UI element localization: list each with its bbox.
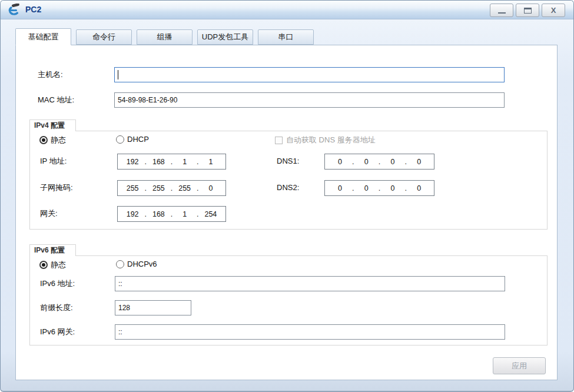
dns1-input[interactable]: 0.0.0.0: [324, 154, 434, 170]
ipv4-dhcp-radio[interactable]: DHCP: [116, 135, 149, 144]
mac-input[interactable]: 54-89-98-E1-26-90: [114, 92, 505, 108]
radio-selected-icon: [39, 136, 48, 144]
titlebar[interactable]: PC2 X: [1, 1, 573, 19]
window-title: PC2: [25, 5, 41, 14]
ipv4-static-radio[interactable]: 静态: [39, 135, 66, 145]
basic-config-panel: 主机名: MAC 地址: 54-89-98-E1-26-90 IPv4 配置 静…: [15, 45, 558, 380]
ipv6-dhcpv6-radio[interactable]: DHCPv6: [116, 260, 157, 268]
tab-basic-config[interactable]: 基础配置: [15, 28, 71, 45]
radio-selected-icon: [39, 261, 48, 269]
tab-bar: 基础配置 命令行 组播 UDP发包工具 串口: [15, 28, 314, 45]
ipv6-group-label: IPv6 配置: [29, 244, 76, 256]
ensp-logo-icon: [8, 4, 22, 16]
ipv6-gateway-label: IPv6 网关:: [40, 324, 75, 340]
tab-cli[interactable]: 命令行: [76, 29, 132, 45]
tab-serial[interactable]: 串口: [258, 29, 314, 45]
hostname-input[interactable]: [114, 67, 505, 82]
ip-address-input[interactable]: 192.168.1.1: [117, 154, 226, 170]
prefix-length-input[interactable]: 128: [115, 300, 191, 315]
ipv4-group: IPv4 配置 静态 DHCP 自动获取 DNS 服务器地址 IP 地址: 19…: [29, 131, 548, 230]
minimize-button[interactable]: [490, 4, 513, 17]
ipv4-group-label: IPv4 配置: [29, 119, 76, 131]
subnet-mask-label: 子网掩码:: [40, 180, 73, 195]
ipv6-gateway-input[interactable]: ::: [115, 324, 505, 340]
checkbox-icon: [275, 137, 283, 144]
radio-unselected-icon: [116, 135, 124, 144]
ip-address-label: IP 地址:: [40, 154, 67, 169]
subnet-mask-input[interactable]: 255.255.255.0: [117, 180, 226, 196]
close-icon: X: [551, 6, 556, 15]
prefix-length-label: 前缀长度:: [40, 300, 73, 315]
tab-multicast[interactable]: 组播: [137, 29, 193, 45]
close-button[interactable]: X: [542, 4, 565, 17]
dns2-label: DNS2:: [277, 180, 299, 195]
radio-unselected-icon: [116, 260, 124, 268]
apply-button[interactable]: 应用: [493, 357, 546, 374]
maximize-button[interactable]: [516, 4, 539, 17]
dns2-input[interactable]: 0.0.0.0: [324, 180, 434, 196]
pc-config-window: PC2 X 基础配置 命令行 组播 UDP发包工具 串口 主机名: MAC 地址…: [0, 0, 574, 392]
hostname-label: 主机名:: [38, 67, 63, 82]
minimize-icon: [498, 12, 506, 14]
ipv6-static-radio[interactable]: 静态: [39, 260, 66, 270]
mac-label: MAC 地址:: [38, 92, 74, 108]
ipv6-group: IPv6 配置 静态 DHCPv6 IPv6 地址: :: 前缀长度: 128 …: [29, 255, 548, 346]
maximize-icon: [524, 8, 532, 14]
ipv6-address-input[interactable]: ::: [115, 276, 505, 291]
gateway-label: 网关:: [40, 206, 58, 221]
ipv6-address-label: IPv6 地址:: [40, 276, 75, 291]
gateway-input[interactable]: 192.168.1.254: [117, 206, 226, 222]
auto-dns-checkbox[interactable]: 自动获取 DNS 服务器地址: [275, 135, 376, 145]
tab-udp-tool[interactable]: UDP发包工具: [197, 29, 253, 45]
dns1-label: DNS1:: [277, 154, 299, 169]
text-caret: [118, 70, 118, 79]
